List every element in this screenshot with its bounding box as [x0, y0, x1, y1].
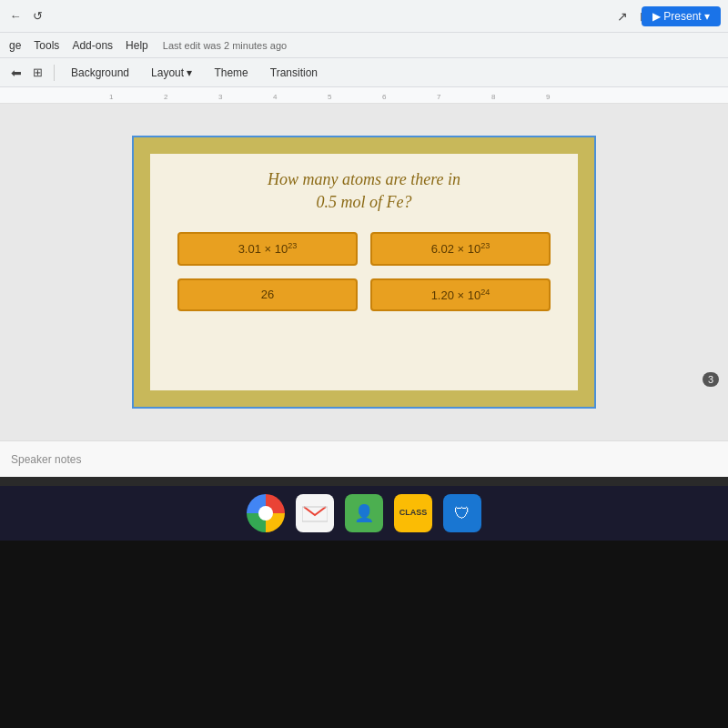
ruler-mark-5: 5 — [328, 93, 331, 101]
taskbar: 👤 CLASS 🛡 3 — [0, 486, 728, 541]
ruler: 1 2 3 4 5 6 7 8 9 — [0, 87, 728, 104]
present-button[interactable]: ▶ Present ▾ — [642, 6, 721, 26]
answer-3[interactable]: 26 — [177, 278, 358, 311]
answer-2[interactable]: 6.02 × 1023 — [370, 232, 551, 265]
slides-icon-text: CLASS — [399, 509, 428, 518]
gmail-taskbar-icon[interactable] — [296, 494, 334, 532]
taskbar-area: 👤 CLASS 🛡 3 — [0, 477, 728, 728]
ruler-mark-3: 3 — [218, 93, 222, 101]
last-edit-text: Last edit was 2 minutes ago — [163, 40, 287, 51]
ruler-marks: 1 2 3 4 5 6 7 8 9 — [0, 87, 728, 103]
ruler-mark-4: 4 — [273, 93, 277, 101]
toolbar-insert-icon[interactable]: ⊞ — [29, 64, 46, 81]
answer-1[interactable]: 3.01 × 1023 — [177, 232, 358, 265]
menu-ge[interactable]: ge — [4, 37, 26, 54]
editor-area: How many atoms are there in0.5 mol of Fe… — [0, 104, 728, 440]
speaker-notes-area: Speaker notes — [0, 440, 728, 477]
toolbar-back-icon[interactable]: ⬅ — [7, 64, 25, 82]
background-button[interactable]: Background — [62, 64, 138, 82]
svg-rect-0 — [302, 503, 328, 523]
ruler-mark-9: 9 — [546, 93, 550, 101]
speaker-notes-label: Speaker notes — [11, 453, 81, 466]
answer-4[interactable]: 1.20 × 1024 — [370, 278, 551, 311]
refresh-icon[interactable]: ↺ — [29, 8, 46, 25]
layout-button[interactable]: Layout ▾ — [142, 64, 201, 82]
ruler-mark-6: 6 — [382, 93, 386, 101]
menu-bar: ge Tools Add-ons Help Last edit was 2 mi… — [0, 33, 728, 58]
question-text: How many atoms are there in0.5 mol of Fe… — [268, 168, 460, 214]
toolbar: ⬅ ⊞ Background Layout ▾ Theme Transition — [0, 58, 728, 87]
menu-tools[interactable]: Tools — [28, 37, 65, 54]
dark-background — [0, 541, 728, 728]
person-icon-symbol: 👤 — [354, 503, 374, 523]
shield-icon-symbol: 🛡 — [454, 504, 470, 523]
theme-button[interactable]: Theme — [205, 64, 257, 82]
top-bar-icons: ← ↺ — [7, 8, 46, 25]
menu-help[interactable]: Help — [120, 37, 154, 54]
ruler-mark-2: 2 — [164, 93, 167, 101]
ruler-mark-8: 8 — [491, 93, 495, 101]
answers-grid: 3.01 × 1023 6.02 × 1023 26 1.20 × 1024 — [168, 232, 560, 311]
menu-addons[interactable]: Add-ons — [66, 37, 118, 54]
ruler-mark-7: 7 — [437, 93, 440, 101]
slides-taskbar-icon[interactable]: CLASS — [394, 494, 432, 532]
transition-button[interactable]: Transition — [261, 64, 327, 82]
back-icon[interactable]: ← — [7, 8, 24, 25]
person-taskbar-icon[interactable]: 👤 — [345, 494, 383, 532]
slide-inner: How many atoms are there in0.5 mol of Fe… — [150, 154, 578, 390]
top-bar: ← ↺ ↗ ⊞ ▶ Present ▾ — [0, 0, 728, 33]
trend-icon: ↗ — [617, 9, 628, 24]
shield-taskbar-icon[interactable]: 🛡 — [443, 494, 481, 532]
taskbar-number-badge: 3 — [703, 370, 719, 387]
slide[interactable]: How many atoms are there in0.5 mol of Fe… — [132, 136, 596, 409]
ruler-mark-1: 1 — [109, 93, 113, 101]
chrome-taskbar-icon[interactable] — [247, 494, 285, 532]
toolbar-separator-1 — [54, 65, 55, 81]
